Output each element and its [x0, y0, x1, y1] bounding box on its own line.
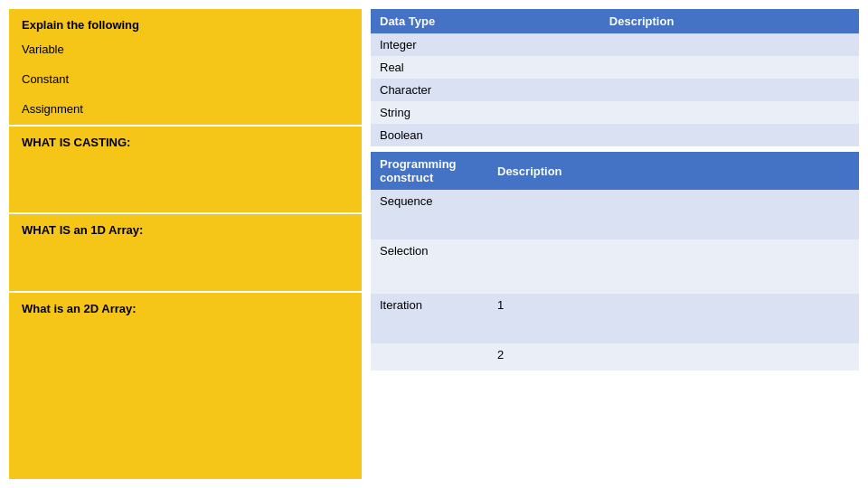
- variable-item: Variable: [22, 42, 349, 56]
- assignment-item: Assignment: [22, 102, 349, 116]
- table-row: 2: [371, 343, 859, 371]
- explain-title: Explain the following: [22, 18, 139, 32]
- type-integer: Integer: [371, 33, 600, 56]
- array1d-title: WHAT IS an 1D Array:: [22, 223, 143, 237]
- col-construct: Programming construct: [371, 152, 488, 190]
- casting-box: WHAT IS CASTING:: [9, 127, 362, 212]
- desc-selection: [488, 239, 859, 294]
- type-string: String: [371, 101, 600, 124]
- table-row: Sequence: [371, 190, 859, 239]
- table-row: Real: [371, 56, 859, 79]
- type-character: Character: [371, 79, 600, 101]
- casting-title: WHAT IS CASTING:: [22, 136, 130, 149]
- page: Explain the following Variable Constant …: [0, 0, 868, 488]
- array1d-box: WHAT IS an 1D Array:: [9, 214, 362, 291]
- col-description-1: Description: [600, 9, 859, 33]
- table-row: String: [371, 101, 859, 124]
- col-description-2: Description: [488, 152, 859, 190]
- table-row: Iteration 1: [371, 294, 859, 343]
- array2d-title: What is an 2D Array:: [22, 302, 137, 315]
- array2d-box: What is an 2D Array:: [9, 293, 362, 479]
- table-row: Integer: [371, 33, 859, 56]
- desc-sequence: [488, 190, 859, 239]
- desc-iteration-1: 1: [488, 294, 859, 343]
- table-row: Selection: [371, 239, 859, 294]
- construct-selection: Selection: [371, 239, 488, 294]
- left-panel: Explain the following Variable Constant …: [9, 9, 362, 479]
- desc-integer: [600, 33, 859, 56]
- table-row: Character: [371, 79, 859, 101]
- right-panel: Data Type Description Integer Real Chara…: [371, 9, 859, 479]
- desc-real: [600, 56, 859, 79]
- construct-sequence: Sequence: [371, 190, 488, 239]
- construct-table: Programming construct Description Sequen…: [371, 152, 859, 371]
- construct-iteration: Iteration: [371, 294, 488, 343]
- type-real: Real: [371, 56, 600, 79]
- table-row: Boolean: [371, 124, 859, 146]
- desc-iteration-2: 2: [488, 343, 859, 371]
- desc-boolean: [600, 124, 859, 146]
- desc-string: [600, 101, 859, 124]
- construct-iteration-blank: [371, 343, 488, 371]
- desc-character: [600, 79, 859, 101]
- col-data-type: Data Type: [371, 9, 600, 33]
- title-box: Explain the following Variable Constant …: [9, 9, 362, 125]
- type-boolean: Boolean: [371, 124, 600, 146]
- constant-item: Constant: [22, 72, 349, 86]
- data-type-table: Data Type Description Integer Real Chara…: [371, 9, 859, 146]
